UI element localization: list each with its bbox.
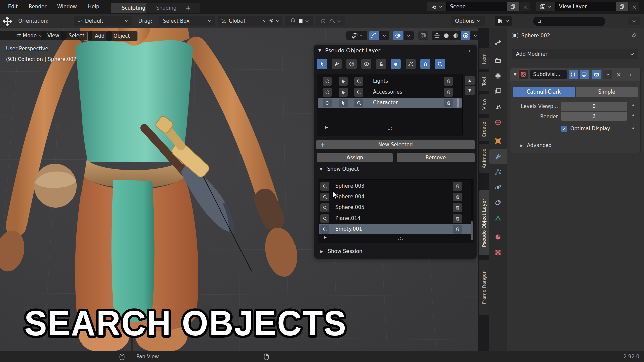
tab-object-properties[interactable]	[494, 137, 502, 145]
search-button[interactable]	[354, 99, 363, 107]
view-layer-remove-button[interactable]: ×	[629, 2, 639, 11]
pivot-point-dropdown[interactable]	[265, 16, 282, 26]
search-button[interactable]	[320, 214, 329, 223]
orientation-dropdown[interactable]: Default	[74, 16, 132, 26]
catmull-clark-button[interactable]: Catmull-Clark	[513, 87, 575, 97]
search-button[interactable]	[354, 88, 363, 97]
scene-name-field[interactable]: Scene	[446, 2, 513, 11]
search-filter-button[interactable]	[435, 59, 445, 69]
tool-filter-button[interactable]	[332, 59, 342, 69]
new-selected-button[interactable]: + New Selected	[316, 140, 475, 149]
tab-texture-properties[interactable]	[494, 248, 502, 257]
menu-edit[interactable]: Edit	[3, 0, 23, 13]
shading-rendered-button[interactable]	[461, 31, 470, 40]
menu-help[interactable]: Help	[83, 0, 105, 13]
object-list-scrollbar[interactable]	[471, 181, 473, 241]
decorator-dot[interactable]: •	[632, 113, 635, 119]
view-layer-copy-button[interactable]	[616, 2, 628, 11]
delete-button[interactable]	[453, 203, 462, 212]
expand-triangle-icon[interactable]: ▶	[325, 125, 328, 129]
proportional-editing-widget[interactable]	[316, 16, 345, 26]
editor-type-dropdown[interactable]	[495, 16, 512, 26]
collapse-triangle-icon[interactable]: ▼	[514, 72, 516, 77]
scene-copy-button[interactable]	[507, 2, 519, 11]
assign-button[interactable]: Assign	[317, 153, 393, 162]
optimal-display-checkbox[interactable]: ✓	[561, 126, 567, 132]
search-button[interactable]	[320, 182, 329, 191]
list-scrollbar[interactable]	[457, 98, 459, 108]
delete-button[interactable]	[453, 193, 462, 201]
tab-frame-ranger[interactable]: Frame Ranger	[479, 260, 489, 315]
circle-filter-button[interactable]	[391, 59, 401, 69]
object-row-empty001[interactable]: Empty.001	[319, 224, 473, 234]
show-session-header[interactable]: ▶ Show Session	[320, 248, 362, 254]
delete-filter-button[interactable]	[420, 59, 430, 69]
object-menu[interactable]: Object	[106, 31, 138, 41]
search-button[interactable]	[320, 203, 329, 212]
overlays-dropdown[interactable]	[404, 31, 414, 40]
tab-pseudo-object-layer[interactable]: Pseudo Object Layer	[479, 190, 489, 255]
delete-button[interactable]	[453, 182, 462, 191]
select-button[interactable]	[339, 77, 348, 86]
scrollbar-thumb[interactable]	[471, 221, 473, 240]
lock-filter-button[interactable]	[376, 59, 386, 69]
object-list[interactable]: Sphere.003 Sphere.004 Sphere.005 Plane.0…	[318, 179, 474, 243]
radio-button[interactable]	[323, 99, 332, 107]
options-dropdown[interactable]: Options	[451, 16, 485, 26]
tab-data-properties[interactable]	[494, 214, 502, 223]
tab-world-properties[interactable]	[494, 118, 502, 127]
decorator-dot[interactable]: •	[632, 126, 635, 132]
tab-output-properties[interactable]	[494, 72, 502, 80]
tab-tool-properties[interactable]	[494, 38, 502, 46]
collection-row-character[interactable]: Character	[318, 98, 462, 108]
radio-button[interactable]	[323, 88, 332, 97]
simple-button[interactable]: Simple	[576, 87, 638, 97]
tab-constraint-properties[interactable]	[494, 198, 502, 207]
object-row-sphere004[interactable]: Sphere.004	[319, 192, 473, 202]
scene-type-dropdown[interactable]	[427, 2, 446, 11]
search-button[interactable]	[320, 225, 329, 234]
search-button[interactable]	[354, 77, 363, 86]
remove-button[interactable]: Remove	[397, 153, 475, 162]
close-icon[interactable]: ×	[616, 71, 621, 78]
tab-view-layer-properties[interactable]	[494, 87, 502, 96]
mode-dropdown[interactable]: ct Mode	[0, 31, 46, 40]
move-up-button[interactable]: ▲	[465, 76, 475, 85]
mesh-filter-button[interactable]	[346, 59, 357, 69]
move-down-button[interactable]: ▼	[465, 86, 475, 95]
selectability-dropdown[interactable]	[346, 31, 367, 40]
overlays-toggle[interactable]	[393, 31, 403, 40]
object-row-sphere005[interactable]: Sphere.005	[319, 203, 473, 213]
delete-button[interactable]	[444, 99, 453, 107]
tab-modifier-properties[interactable]	[494, 152, 502, 161]
collection-list[interactable]: Lights Accessories Character ▶	[317, 74, 463, 136]
delete-button[interactable]	[444, 77, 453, 86]
levels-viewport-field[interactable]: 0	[561, 102, 627, 111]
view-layer-type-dropdown[interactable]	[536, 2, 555, 11]
show-object-header[interactable]: ▼ Show Object	[320, 166, 359, 172]
gizmos-dropdown[interactable]	[379, 31, 389, 40]
vertices-filter-button[interactable]	[406, 59, 416, 69]
shading-solid-button[interactable]	[442, 31, 451, 40]
select-button[interactable]	[339, 88, 348, 97]
modifier-type-icon-button[interactable]	[518, 69, 528, 79]
tab-render-properties[interactable]	[494, 56, 502, 65]
drag-handle-icon[interactable]	[626, 73, 632, 76]
search-button[interactable]	[320, 193, 329, 201]
decorator-dot[interactable]: •	[632, 103, 635, 109]
collection-row-lights[interactable]: Lights	[318, 76, 462, 86]
select-button[interactable]	[339, 99, 348, 107]
delete-button[interactable]	[444, 88, 453, 97]
delete-button[interactable]	[453, 225, 462, 234]
render-levels-field[interactable]: 2	[561, 112, 627, 121]
modifier-name-field[interactable]: Subdivisi...	[530, 70, 567, 79]
breadcrumb[interactable]: Sphere.002	[512, 32, 550, 39]
pin-icon[interactable]	[631, 32, 637, 39]
properties-filter-dropdown[interactable]	[628, 17, 640, 25]
tab-scene-properties[interactable]	[494, 103, 502, 111]
tab-animate[interactable]: Animate	[479, 144, 489, 173]
adv-section-header[interactable]: ▶ Advanced	[520, 142, 552, 148]
properties-search-input[interactable]	[533, 17, 605, 26]
select-filter-button[interactable]	[317, 59, 327, 69]
transform-orientation-dropdown[interactable]: Global	[218, 16, 270, 26]
